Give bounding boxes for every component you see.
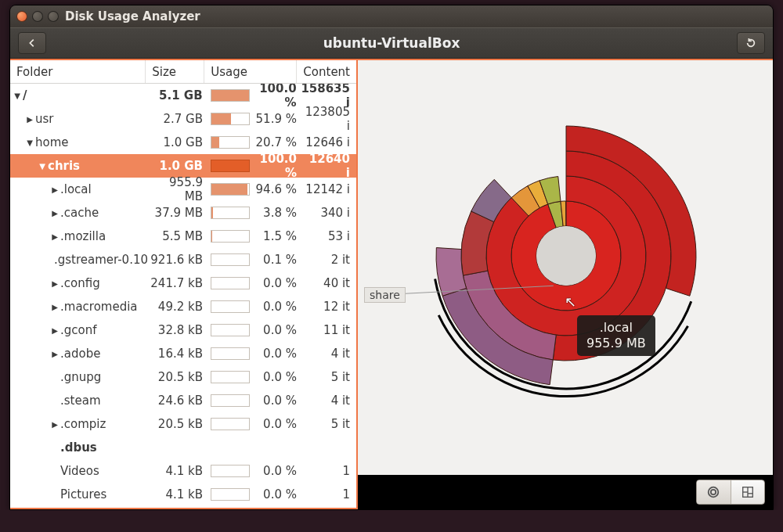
chevron-down-icon[interactable]: ▼ bbox=[38, 162, 46, 171]
folder-name: .mozilla bbox=[60, 229, 106, 243]
cell-usage: 0.0 % bbox=[207, 276, 301, 290]
table-row[interactable]: .gstreamer-0.10921.6 kB0.1 %2 it bbox=[10, 248, 356, 271]
refresh-button[interactable] bbox=[737, 32, 765, 54]
table-row[interactable]: Pictures4.1 kB0.0 %1 bbox=[10, 483, 356, 506]
cell-size: 2.7 GB bbox=[148, 112, 207, 126]
folder-name: .compiz bbox=[60, 417, 106, 431]
table-row[interactable]: ▶.gconf32.8 kB0.0 %11 it bbox=[10, 318, 356, 342]
header-toolbar: ubuntu-VirtualBox bbox=[10, 27, 773, 59]
folder-name: / bbox=[23, 88, 27, 102]
cell-size: 1.0 GB bbox=[148, 135, 207, 149]
table-row[interactable]: .dbus bbox=[10, 436, 356, 459]
cell-usage: 51.9 % bbox=[207, 112, 301, 126]
cell-usage: 0.0 % bbox=[207, 417, 301, 431]
cell-contents: 340 i bbox=[301, 206, 356, 220]
column-contents[interactable]: Content bbox=[297, 60, 356, 83]
table-row[interactable]: ▶.macromedia49.2 kB0.0 %12 it bbox=[10, 295, 356, 318]
rings-chart-icon bbox=[706, 485, 720, 499]
titlebar[interactable]: Disk Usage Analyzer bbox=[10, 5, 773, 27]
tooltip-size: 955.9 MB bbox=[586, 336, 646, 351]
cell-usage: 0.0 % bbox=[207, 347, 301, 361]
cell-usage: 0.0 % bbox=[207, 300, 301, 314]
table-row[interactable]: ▶.compiz20.5 kB0.0 %5 it bbox=[10, 412, 356, 436]
sunburst-chart[interactable] bbox=[358, 60, 773, 476]
cell-contents: 4 it bbox=[301, 394, 356, 408]
cell-contents: 4 it bbox=[301, 347, 356, 361]
chevron-right-icon[interactable]: ▶ bbox=[51, 420, 59, 429]
table-header: Folder Size Usage Content bbox=[10, 60, 356, 84]
cell-size: 1.0 GB bbox=[148, 159, 207, 173]
table-row[interactable]: .gnupg20.5 kB0.0 %5 it bbox=[10, 365, 356, 389]
cell-contents: 40 it bbox=[301, 276, 356, 290]
cell-size: 4.1 kB bbox=[148, 487, 207, 501]
chevron-right-icon[interactable]: ▶ bbox=[26, 115, 34, 124]
chevron-right-icon[interactable]: ▶ bbox=[51, 232, 59, 241]
folder-name: .gnupg bbox=[60, 370, 101, 384]
table-row[interactable]: Videos4.1 kB0.0 %1 bbox=[10, 459, 356, 483]
cell-usage: 100.0 % bbox=[207, 152, 301, 180]
cell-contents: 53 i bbox=[301, 229, 356, 243]
chevron-right-icon[interactable]: ▶ bbox=[51, 185, 59, 194]
treemap-icon bbox=[741, 485, 755, 499]
window-close-button[interactable] bbox=[16, 11, 27, 22]
table-row[interactable]: ▶.mozilla5.5 MB1.5 %53 i bbox=[10, 225, 356, 248]
cell-size: 20.5 kB bbox=[148, 417, 207, 431]
cell-usage: 94.6 % bbox=[207, 182, 301, 196]
folder-name: .adobe bbox=[60, 347, 100, 361]
folder-name: usr bbox=[35, 112, 54, 126]
cell-usage: 0.0 % bbox=[207, 464, 301, 478]
chevron-right-icon[interactable]: ▶ bbox=[51, 209, 59, 217]
folder-name: .gconf bbox=[60, 323, 97, 337]
cell-usage: 1.5 % bbox=[207, 229, 301, 243]
svg-point-1 bbox=[709, 487, 719, 498]
svg-point-0 bbox=[536, 226, 596, 286]
cell-usage: 3.8 % bbox=[207, 206, 301, 220]
cell-contents: 5 it bbox=[301, 370, 356, 384]
hover-name-label: share bbox=[364, 287, 406, 303]
cell-size: 921.6 kB bbox=[148, 253, 207, 267]
cell-size: 4.1 kB bbox=[148, 464, 207, 478]
folder-name: .local bbox=[60, 182, 92, 196]
cell-size: 955.9 MB bbox=[148, 175, 207, 203]
table-row[interactable]: ▶.adobe16.4 kB0.0 %4 it bbox=[10, 342, 356, 365]
cell-contents: 12640 i bbox=[301, 152, 356, 180]
chevron-right-icon[interactable]: ▶ bbox=[51, 326, 59, 335]
table-row[interactable]: ▼chris1.0 GB100.0 %12640 i bbox=[10, 154, 356, 178]
cell-size: 5.5 MB bbox=[148, 229, 207, 243]
column-usage[interactable]: Usage bbox=[204, 60, 297, 83]
window-maximize-button[interactable] bbox=[48, 11, 59, 22]
view-switcher[interactable] bbox=[696, 480, 765, 505]
table-row[interactable]: ▼home1.0 GB20.7 %12646 i bbox=[10, 131, 356, 154]
window-minimize-button[interactable] bbox=[32, 11, 43, 22]
cell-usage: 0.0 % bbox=[207, 323, 301, 337]
table-row[interactable]: ▶.local955.9 MB94.6 %12142 i bbox=[10, 178, 356, 201]
cell-usage: 20.7 % bbox=[207, 135, 301, 149]
chevron-right-icon[interactable]: ▶ bbox=[51, 279, 59, 288]
back-button[interactable] bbox=[18, 32, 46, 54]
chart-pane[interactable]: share ↖ .local 955.9 MB bbox=[358, 60, 773, 509]
refresh-icon bbox=[745, 38, 756, 49]
table-row[interactable]: ▶usr2.7 GB51.9 %123805 i bbox=[10, 107, 356, 131]
chevron-right-icon[interactable]: ▶ bbox=[51, 303, 59, 311]
table-row[interactable]: ▼/5.1 GB100.0 %158635 i bbox=[10, 84, 356, 107]
cell-size: 24.6 kB bbox=[148, 394, 207, 408]
view-rings-button[interactable] bbox=[697, 480, 731, 504]
view-treemap-button[interactable] bbox=[731, 480, 765, 504]
cell-size: 20.5 kB bbox=[148, 370, 207, 384]
cell-contents: 123805 i bbox=[301, 105, 356, 133]
cell-contents: 1 bbox=[301, 464, 356, 478]
chart-tooltip: .local 955.9 MB bbox=[577, 315, 655, 356]
cell-size: 16.4 kB bbox=[148, 347, 207, 361]
column-size[interactable]: Size bbox=[146, 60, 204, 83]
cell-contents: 5 it bbox=[301, 417, 356, 431]
chevron-down-icon[interactable]: ▼ bbox=[26, 138, 34, 147]
folder-name: .macromedia bbox=[60, 300, 138, 314]
table-row[interactable]: ▶.config241.7 kB0.0 %40 it bbox=[10, 271, 356, 295]
folder-name: .dbus bbox=[60, 440, 97, 455]
chevron-right-icon[interactable]: ▶ bbox=[51, 350, 59, 358]
column-folder[interactable]: Folder bbox=[10, 60, 146, 83]
chevron-down-icon[interactable]: ▼ bbox=[13, 92, 21, 100]
table-row[interactable]: ▶.cache37.9 MB3.8 %340 i bbox=[10, 201, 356, 225]
table-row[interactable]: .steam24.6 kB0.0 %4 it bbox=[10, 389, 356, 412]
tooltip-name: .local bbox=[586, 320, 646, 336]
